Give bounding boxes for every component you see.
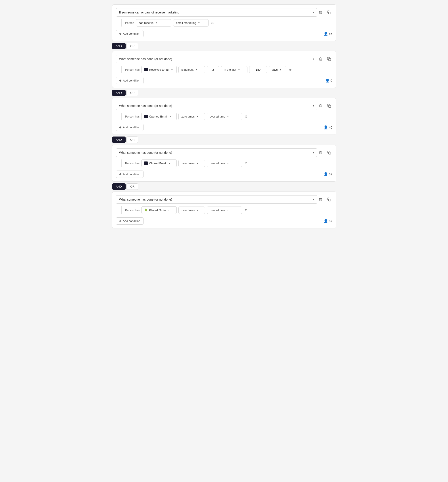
or-button-1[interactable]: OR [127, 43, 138, 49]
block-header-actions-2 [317, 56, 332, 62]
time-range-value-5: over all time [210, 209, 225, 212]
delete-button-1[interactable] [317, 9, 324, 16]
event-icon-4 [144, 162, 148, 165]
block-footer-1: ⊕ Add condition 👤 65 [116, 30, 332, 37]
count-value-1: 65 [329, 32, 332, 36]
filter-icon-4[interactable]: ⊘ [244, 161, 248, 166]
time-range-dropdown-2[interactable]: in the last ▾ [221, 66, 248, 73]
qualifier-value-5: zero times [181, 209, 195, 212]
condition-block-4: What someone has done (or not done) ▾ Pe… [112, 145, 336, 182]
condition-row-4: Person has Clicked Email ▾ zero times ▾ … [121, 159, 332, 167]
field2-dropdown-1[interactable]: email marketing ▾ [173, 19, 208, 26]
and-button-4[interactable]: AND [112, 183, 126, 190]
condition-row-5: Person has Placed Order ▾ zero times ▾ o… [121, 206, 332, 214]
chevron-down-icon: ▾ [227, 209, 229, 212]
person-count-icon-5: 👤 [323, 219, 328, 223]
and-button-2[interactable]: AND [112, 90, 126, 96]
block-header-left-4: What someone has done (or not done) ▾ [116, 148, 317, 157]
svg-rect-4 [328, 199, 331, 201]
qualifier-dropdown-3[interactable]: zero times ▾ [178, 113, 205, 120]
qualifier-dropdown-5[interactable]: zero times ▾ [178, 207, 205, 214]
delete-button-2[interactable] [317, 56, 324, 62]
number-input-2[interactable] [207, 66, 219, 73]
person-count-icon-4: 👤 [323, 172, 328, 176]
chevron-down-icon: ▾ [171, 68, 173, 71]
count-value-5: 67 [329, 219, 332, 223]
or-button-2[interactable]: OR [127, 90, 138, 96]
chevron-down-icon: ▾ [168, 209, 170, 212]
svg-rect-2 [328, 105, 331, 108]
copy-button-3[interactable] [326, 102, 332, 109]
chevron-down-icon: ▾ [196, 68, 197, 71]
time-unit-dropdown-2[interactable]: days ▾ [269, 66, 286, 73]
person-label-4: Person has [125, 162, 140, 165]
block-header-left-5: What someone has done (or not done) ▾ [116, 195, 317, 204]
block-footer-2: ⊕ Add condition 👤 0 [116, 77, 332, 84]
and-button-3[interactable]: AND [112, 137, 126, 143]
count-badge-4: 👤 62 [323, 172, 332, 176]
chevron-down-icon: ▾ [197, 162, 198, 165]
chevron-down-icon: ▾ [280, 68, 281, 71]
and-button-1[interactable]: AND [112, 43, 126, 49]
copy-button-1[interactable] [326, 9, 332, 16]
copy-button-4[interactable] [326, 149, 332, 156]
block-header-1: If someone can or cannot receive marketi… [116, 8, 332, 16]
time-range-dropdown-5[interactable]: over all time ▾ [207, 207, 242, 214]
count-badge-2: 👤 0 [325, 78, 332, 83]
or-button-4[interactable]: OR [127, 183, 138, 190]
block-title-dropdown-4[interactable]: What someone has done (or not done) ▾ [116, 148, 317, 157]
filter-icon-5[interactable]: ⊘ [244, 207, 248, 213]
block-footer-5: ⊕ Add condition 👤 67 [116, 217, 332, 225]
and-or-group-4: AND OR [112, 183, 336, 190]
or-button-3[interactable]: OR [127, 137, 138, 143]
add-condition-label-4: Add condition [123, 172, 140, 176]
event-dropdown-2[interactable]: Received Email ▾ [141, 66, 177, 73]
filter-icon-3[interactable]: ⊘ [244, 114, 248, 119]
condition-block-1: If someone can or cannot receive marketi… [112, 4, 336, 41]
time-range-dropdown-4[interactable]: over all time ▾ [207, 160, 242, 167]
chevron-down-icon: ▾ [313, 11, 314, 14]
field1-dropdown-1[interactable]: can receive ▾ [136, 19, 171, 26]
add-condition-button-1[interactable]: ⊕ Add condition [116, 30, 144, 37]
qualifier-value-4: zero times [181, 162, 195, 165]
plus-icon: ⊕ [119, 172, 122, 176]
copy-button-5[interactable] [326, 196, 332, 203]
qualifier-dropdown-2[interactable]: is at least ▾ [178, 66, 205, 73]
time-range-dropdown-3[interactable]: over all time ▾ [207, 113, 242, 120]
filter-icon-1[interactable]: ⊘ [210, 20, 215, 26]
block-title-dropdown-1[interactable]: If someone can or cannot receive marketi… [116, 8, 317, 16]
delete-button-3[interactable] [317, 102, 324, 109]
delete-button-4[interactable] [317, 149, 324, 156]
delete-button-5[interactable] [317, 196, 324, 203]
chevron-down-icon: ▾ [313, 57, 314, 61]
qualifier-dropdown-4[interactable]: zero times ▾ [178, 160, 205, 167]
field2-value-1: email marketing [176, 21, 196, 24]
chevron-down-icon: ▾ [156, 21, 157, 24]
plus-icon: ⊕ [119, 126, 122, 129]
block-title-dropdown-2[interactable]: What someone has done (or not done) ▾ [116, 55, 317, 63]
event-value-3: Opened Email [149, 115, 167, 118]
chevron-down-icon: ▾ [198, 21, 200, 24]
qualifier-value-2: is at least [181, 68, 193, 71]
add-condition-label-1: Add condition [123, 32, 140, 35]
block-header-3: What someone has done (or not done) ▾ [116, 102, 332, 110]
time-range-value-2: in the last [224, 68, 236, 71]
chevron-down-icon: ▾ [227, 115, 229, 118]
condition-block-5: What someone has done (or not done) ▾ Pe… [112, 192, 336, 228]
block-title-dropdown-3[interactable]: What someone has done (or not done) ▾ [116, 102, 317, 110]
event-dropdown-5[interactable]: Placed Order ▾ [141, 206, 177, 214]
person-label-5: Person has [125, 209, 140, 212]
add-condition-button-2[interactable]: ⊕ Add condition [116, 77, 144, 84]
event-dropdown-3[interactable]: Opened Email ▾ [141, 113, 177, 120]
time-period-input-2[interactable] [249, 66, 267, 73]
copy-button-2[interactable] [326, 56, 332, 62]
filter-icon-2[interactable]: ⊘ [288, 67, 293, 72]
block-title-dropdown-5[interactable]: What someone has done (or not done) ▾ [116, 195, 317, 204]
svg-rect-0 [328, 12, 331, 14]
add-condition-button-4[interactable]: ⊕ Add condition [116, 171, 144, 178]
chevron-down-icon: ▾ [197, 209, 198, 212]
add-condition-button-5[interactable]: ⊕ Add condition [116, 217, 144, 225]
add-condition-button-3[interactable]: ⊕ Add condition [116, 124, 144, 131]
chevron-down-icon: ▾ [313, 104, 314, 107]
event-dropdown-4[interactable]: Clicked Email ▾ [141, 159, 177, 167]
